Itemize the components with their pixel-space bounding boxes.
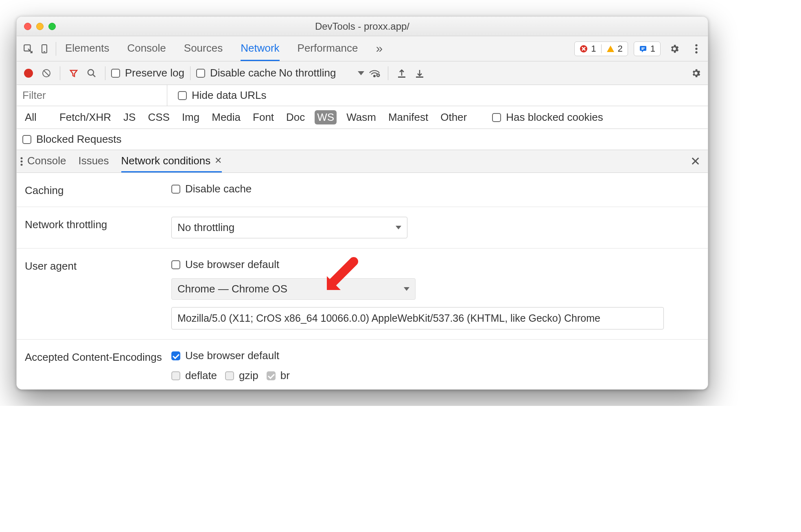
enc-use-default-label: Use browser default: [185, 349, 279, 362]
drawer-close-icon[interactable]: ✕: [686, 152, 705, 171]
enc-gzip-checkbox[interactable]: gzip: [225, 369, 258, 382]
user-agent-select[interactable]: Chrome — Chrome OS: [171, 278, 416, 300]
blocked-requests-checkbox[interactable]: Blocked Requests: [22, 133, 122, 146]
filter-ws[interactable]: WS: [315, 110, 337, 124]
user-agent-row: User agent Use browser default Chrome — …: [17, 249, 708, 340]
export-har-icon[interactable]: [412, 65, 427, 81]
svg-point-10: [88, 70, 94, 75]
search-icon[interactable]: [84, 65, 99, 81]
filter-doc[interactable]: Doc: [284, 110, 307, 124]
checkbox-icon: [267, 371, 276, 380]
svg-rect-14: [398, 76, 405, 78]
messages-counter[interactable]: 1: [634, 41, 661, 56]
svg-point-12: [374, 75, 375, 77]
svg-point-6: [695, 48, 697, 50]
enc-br-checkbox[interactable]: br: [267, 369, 290, 382]
throttling-select[interactable]: No throttling: [171, 217, 407, 238]
error-count: 1: [591, 44, 596, 54]
checkbox-icon: [196, 69, 205, 78]
svg-point-5: [695, 44, 697, 46]
tab-elements[interactable]: Elements: [65, 36, 109, 61]
separator: [105, 66, 105, 80]
checkbox-icon: [492, 113, 501, 122]
filter-manifest[interactable]: Manifest: [386, 110, 431, 124]
network-toolbar: Preserve log Disable cache No throttling: [17, 61, 708, 85]
filter-media[interactable]: Media: [209, 110, 243, 124]
drawer-tab-issues[interactable]: Issues: [78, 150, 109, 172]
user-agent-textbox[interactable]: Mozilla/5.0 (X11; CrOS x86_64 10066.0.0)…: [171, 307, 664, 329]
blocked-requests-row: Blocked Requests: [17, 129, 708, 150]
filbar-row: Hide data URLs: [17, 85, 708, 106]
more-tabs-overflow[interactable]: »: [376, 36, 383, 61]
network-settings-gear-icon[interactable]: [688, 65, 704, 81]
filter-font[interactable]: Font: [250, 110, 276, 124]
caching-row: Caching Disable cache: [17, 173, 708, 207]
checkbox-icon: [22, 135, 31, 144]
drawer-tab-network-conditions[interactable]: Network conditions ✕: [121, 150, 222, 172]
throttling-label: Network throttling: [25, 217, 171, 231]
disable-cache-checkbox[interactable]: Disable cache: [196, 67, 276, 79]
network-conditions-panel: Caching Disable cache Network throttling…: [17, 173, 708, 389]
checkbox-icon: [171, 351, 180, 360]
enc-deflate-checkbox[interactable]: deflate: [171, 369, 217, 382]
record-button[interactable]: [21, 65, 36, 81]
message-icon: [639, 45, 647, 53]
svg-point-18: [21, 164, 23, 166]
warning-count: 2: [618, 44, 623, 54]
filter-wasm[interactable]: Wasm: [344, 110, 379, 124]
hide-data-urls-checkbox[interactable]: Hide data URLs: [178, 89, 267, 102]
warning-icon: [606, 45, 615, 53]
enc-deflate-label: deflate: [185, 369, 217, 382]
chevron-down-icon: [358, 71, 364, 75]
filter-css[interactable]: CSS: [145, 110, 172, 124]
caching-disable-checkbox[interactable]: Disable cache: [171, 183, 700, 195]
filter-fetch-xhr[interactable]: Fetch/XHR: [57, 110, 114, 124]
has-blocked-cookies-checkbox[interactable]: Has blocked cookies: [492, 111, 603, 124]
preserve-log-checkbox[interactable]: Preserve log: [111, 67, 184, 79]
enc-br-label: br: [280, 369, 290, 382]
chevron-down-icon: [396, 226, 401, 229]
drawer-kebab-icon[interactable]: [20, 157, 23, 166]
filter-other[interactable]: Other: [438, 110, 469, 124]
filter-icon[interactable]: [66, 65, 81, 81]
svg-point-7: [695, 51, 697, 53]
filter-js[interactable]: JS: [121, 110, 138, 124]
drawer-tab-console[interactable]: Console: [27, 150, 66, 172]
filter-img[interactable]: Img: [179, 110, 202, 124]
network-conditions-icon[interactable]: [367, 65, 382, 81]
device-toolbar-icon[interactable]: [36, 41, 53, 57]
filter-all[interactable]: All: [22, 110, 39, 124]
settings-gear-icon[interactable]: [666, 41, 683, 57]
kebab-menu-icon[interactable]: [688, 41, 705, 57]
preserve-log-label: Preserve log: [125, 67, 184, 79]
enc-use-default-checkbox[interactable]: Use browser default: [171, 349, 700, 362]
throttling-dropdown[interactable]: No throttling: [279, 67, 364, 79]
encodings-label: Accepted Content-Encodings: [25, 349, 171, 364]
svg-point-16: [21, 157, 23, 159]
has-blocked-cookies-label: Has blocked cookies: [506, 111, 603, 124]
drawer-tabstrip: Console Issues Network conditions ✕ ✕: [17, 150, 708, 173]
main-tabs: Elements Console Sources Network Perform…: [59, 36, 383, 61]
issues-counter[interactable]: 1 2: [574, 41, 628, 56]
drawer-tabs: Console Issues Network conditions ✕: [23, 150, 222, 172]
clear-button[interactable]: [39, 65, 54, 81]
checkbox-icon: [178, 91, 187, 100]
close-tab-icon[interactable]: ✕: [214, 155, 222, 166]
chevron-down-icon: [404, 287, 409, 291]
devtools-window: DevTools - proxx.app/ Elements Console S…: [16, 16, 708, 390]
separator: [388, 66, 388, 80]
tab-console[interactable]: Console: [127, 36, 166, 61]
ua-use-default-label: Use browser default: [185, 258, 279, 271]
enc-gzip-label: gzip: [239, 369, 258, 382]
tab-network[interactable]: Network: [241, 36, 279, 61]
import-har-icon[interactable]: [394, 65, 409, 81]
tabstrip-right: 1 2 1: [574, 41, 705, 57]
checkbox-icon: [171, 185, 180, 194]
separator: [60, 66, 60, 80]
tab-performance[interactable]: Performance: [298, 36, 358, 61]
throttling-row: Network throttling No throttling: [17, 207, 708, 249]
inspect-element-icon[interactable]: [20, 41, 36, 57]
filter-input[interactable]: [17, 85, 167, 106]
tab-sources[interactable]: Sources: [184, 36, 223, 61]
ua-use-default-checkbox[interactable]: Use browser default: [171, 258, 700, 271]
